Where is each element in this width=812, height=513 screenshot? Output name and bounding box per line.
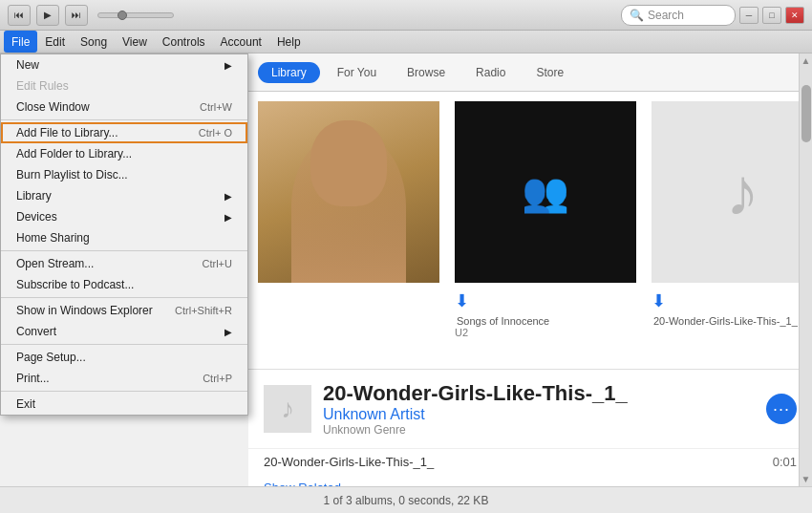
download-icon-u2: ⬇ (455, 290, 469, 311)
menu-close-window-label: Close Window (16, 100, 90, 114)
menu-print[interactable]: Print... Ctrl+P (1, 368, 247, 389)
menu-new[interactable]: New ▶ (1, 54, 247, 75)
menu-page-setup[interactable]: Page Setup... (1, 347, 247, 368)
menu-add-folder[interactable]: Add Folder to Library... (1, 143, 247, 164)
menu-separator-5 (1, 391, 247, 392)
menu-exit[interactable]: Exit (1, 394, 247, 415)
menu-exit-label: Exit (16, 397, 35, 411)
menu-home-sharing[interactable]: Home Sharing (1, 227, 247, 248)
play-button[interactable]: ▶ (36, 5, 59, 26)
menu-convert[interactable]: Convert ▶ (1, 321, 247, 342)
track-row: 20-Wonder-Girls-Like-This-_1_ 0:01 (248, 448, 812, 475)
nav-tabs: Library For You Browse Radio Store (248, 53, 812, 92)
title-bar: ⏮ ▶ ⏭ 🔍 Search ─ □ ✕ (0, 0, 812, 31)
now-playing-artist: Unknown Artist (323, 406, 755, 423)
now-playing-title: 20-Wonder-Girls-Like-This-_1_ (323, 381, 755, 406)
progress-bar[interactable] (97, 12, 174, 18)
menu-add-folder-label: Add Folder to Library... (16, 147, 132, 160)
menu-subscribe-podcast[interactable]: Subscribe to Podcast... (1, 274, 247, 295)
menu-burn-playlist-label: Burn Playlist to Disc... (16, 168, 128, 182)
album-art-unknown: ♪ (652, 101, 812, 283)
maximize-button[interactable]: □ (762, 7, 781, 24)
menu-print-shortcut: Ctrl+P (203, 373, 232, 384)
music-note-icon: ♪ (726, 154, 759, 230)
menu-item-song[interactable]: Song (73, 31, 115, 53)
close-button[interactable]: ✕ (785, 7, 804, 24)
menu-item-file[interactable]: File (4, 31, 37, 53)
menu-open-stream-label: Open Stream... (16, 257, 94, 270)
menu-print-label: Print... (16, 372, 50, 385)
file-menu-dropdown: New ▶ Edit Rules Close Window Ctrl+W Add… (0, 53, 248, 416)
tab-store[interactable]: Store (523, 62, 577, 83)
menu-edit-rules: Edit Rules (1, 75, 247, 96)
menu-separator-1 (1, 119, 247, 120)
album-artist-u2: U2 (455, 327, 646, 338)
menu-show-explorer[interactable]: Show in Windows Explorer Ctrl+Shift+R (1, 300, 247, 321)
search-icon: 🔍 (630, 9, 644, 22)
menu-home-sharing-label: Home Sharing (16, 231, 90, 245)
search-placeholder: Search (648, 9, 684, 22)
track-name: 20-Wonder-Girls-Like-This-_1_ (264, 455, 773, 469)
menu-library[interactable]: Library ▶ (1, 185, 247, 206)
minimize-button[interactable]: ─ (739, 7, 759, 24)
menu-close-window-shortcut: Ctrl+W (200, 101, 232, 113)
now-playing-genre: Unknown Genre (323, 423, 755, 437)
transport-controls: ⏮ ▶ ⏭ (8, 5, 174, 26)
album-card-u2[interactable]: 👥 ⬇ Songs of Innocence U2 (455, 101, 646, 359)
scrollbar[interactable]: ▲ ▼ (799, 53, 812, 486)
menu-item-help[interactable]: Help (269, 31, 309, 53)
album-art-adele (258, 101, 439, 283)
menu-item-view[interactable]: View (115, 31, 155, 53)
now-playing-info: 20-Wonder-Girls-Like-This-_1_ Unknown Ar… (323, 381, 755, 437)
menu-close-window[interactable]: Close Window Ctrl+W (1, 96, 247, 118)
tab-radio[interactable]: Radio (462, 62, 519, 83)
menu-item-edit[interactable]: Edit (37, 31, 73, 53)
menu-separator-2 (1, 250, 247, 251)
progress-thumb[interactable] (118, 11, 127, 20)
tab-browse[interactable]: Browse (394, 62, 459, 83)
menu-add-file-label: Add File to Library... (16, 126, 118, 139)
main-content: Library For You Browse Radio Store 👥 (248, 53, 812, 486)
menu-item-account[interactable]: Account (213, 31, 269, 53)
album-card-unknown[interactable]: ♪ ⬇ 20-Wonder-Girls-Like-This-_1_ (652, 101, 812, 359)
menu-page-setup-label: Page Setup... (16, 351, 86, 364)
menu-add-file[interactable]: Add File to Library... Ctrl+ O (1, 122, 247, 143)
menu-convert-arrow: ▶ (224, 327, 232, 337)
menu-convert-label: Convert (16, 325, 56, 338)
menu-library-arrow: ▶ (224, 191, 232, 202)
search-bar[interactable]: 🔍 Search (621, 5, 736, 26)
menu-bar: File Edit Song View Controls Account Hel… (0, 31, 812, 53)
menu-add-file-shortcut: Ctrl+ O (199, 127, 232, 139)
album-title-u2: Songs of Innocence (455, 315, 646, 327)
window-controls: 🔍 Search ─ □ ✕ (621, 5, 804, 26)
menu-subscribe-podcast-label: Subscribe to Podcast... (16, 278, 134, 291)
status-text: 1 of 3 albums, 0 seconds, 22 KB (324, 494, 489, 507)
album-card-adele[interactable] (258, 101, 449, 359)
rewind-button[interactable]: ⏮ (8, 5, 31, 26)
menu-item-controls[interactable]: Controls (155, 31, 213, 53)
menu-open-stream[interactable]: Open Stream... Ctrl+U (1, 253, 247, 274)
menu-devices-label: Devices (16, 210, 57, 224)
tab-for-you[interactable]: For You (324, 62, 390, 83)
now-playing-music-icon: ♪ (281, 394, 294, 424)
now-playing-art: ♪ (264, 385, 311, 433)
tab-library[interactable]: Library (258, 62, 320, 83)
more-button[interactable]: ··· (766, 394, 797, 424)
menu-show-explorer-label: Show in Windows Explorer (16, 304, 153, 317)
menu-show-explorer-shortcut: Ctrl+Shift+R (175, 305, 232, 316)
scrollbar-thumb[interactable] (801, 85, 811, 142)
forward-button[interactable]: ⏭ (65, 5, 88, 26)
download-icon-unknown: ⬇ (652, 290, 666, 311)
menu-devices[interactable]: Devices ▶ (1, 206, 247, 227)
menu-burn-playlist[interactable]: Burn Playlist to Disc... (1, 164, 247, 185)
menu-edit-rules-label: Edit Rules (16, 79, 69, 93)
menu-open-stream-shortcut: Ctrl+U (203, 258, 232, 269)
menu-new-label: New (16, 58, 39, 72)
menu-separator-4 (1, 344, 247, 345)
show-related-link[interactable]: Show Related (248, 475, 812, 486)
menu-new-arrow: ▶ (224, 60, 232, 71)
menu-library-label: Library (16, 189, 52, 203)
track-duration: 0:01 (773, 455, 797, 469)
menu-separator-3 (1, 297, 247, 298)
status-bar: 1 of 3 albums, 0 seconds, 22 KB (0, 486, 812, 513)
